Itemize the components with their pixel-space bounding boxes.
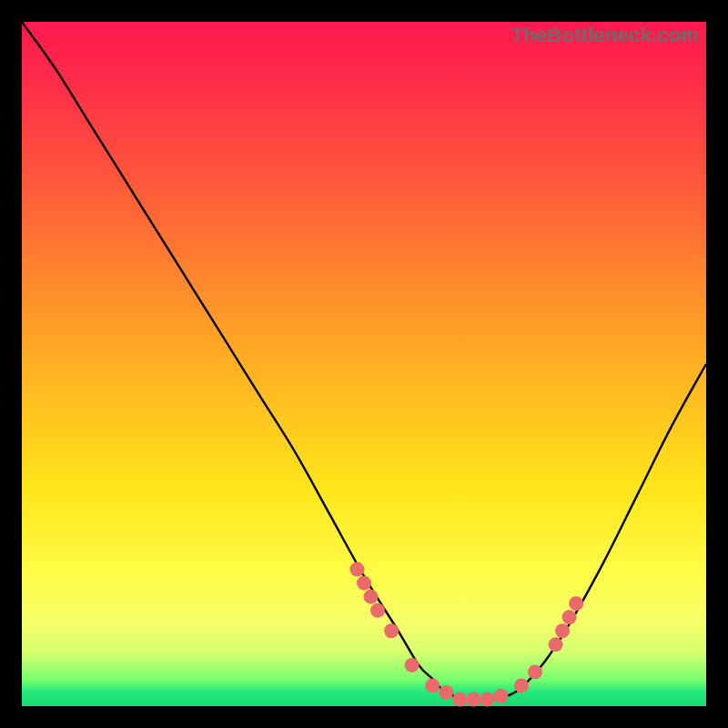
marker-dot — [562, 610, 577, 624]
marker-dot — [514, 678, 529, 693]
plot-area: TheBottleneck.com — [22, 22, 706, 706]
chart-svg — [22, 22, 706, 706]
marker-dot — [370, 603, 385, 618]
marker-dot — [405, 658, 420, 672]
marker-dot — [452, 692, 467, 706]
chart-frame: TheBottleneck.com — [22, 22, 706, 706]
marker-dot — [466, 692, 480, 706]
highlighted-points — [349, 562, 583, 707]
marker-dot — [480, 692, 494, 706]
marker-dot — [555, 623, 570, 638]
marker-dot — [549, 637, 563, 652]
marker-dot — [384, 623, 399, 638]
marker-dot — [364, 590, 379, 604]
watermark-text: TheBottleneck.com — [511, 24, 699, 47]
marker-dot — [493, 689, 508, 703]
marker-dot — [528, 664, 542, 679]
marker-dot — [569, 596, 583, 611]
marker-dot — [357, 576, 371, 591]
marker-dot — [439, 685, 453, 700]
marker-dot — [349, 562, 364, 577]
marker-dot — [425, 678, 440, 693]
